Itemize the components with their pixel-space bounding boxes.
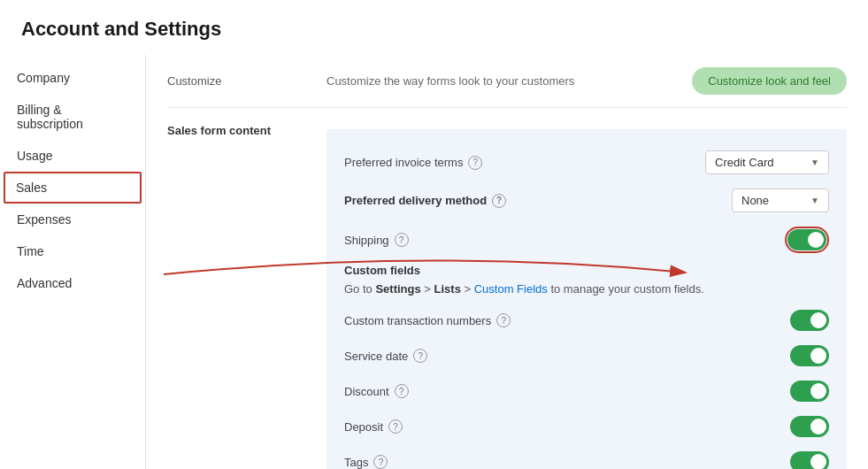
shipping-toggle[interactable] xyxy=(787,229,826,250)
service-date-control xyxy=(790,345,829,366)
discount-row: Discount ? xyxy=(344,373,829,409)
page-container: Account and Settings Company Billing & s… xyxy=(0,0,868,469)
preferred-delivery-value: None xyxy=(741,194,803,207)
tags-slider xyxy=(790,451,829,469)
customize-label: Customize xyxy=(167,74,326,88)
shipping-label: Shipping ? xyxy=(344,233,785,247)
discount-control xyxy=(790,381,829,402)
discount-slider xyxy=(790,381,829,402)
tags-control xyxy=(790,451,829,469)
customize-button[interactable]: Customize look and feel xyxy=(692,67,847,95)
tags-row: Tags ? xyxy=(344,444,829,469)
service-date-slider xyxy=(790,345,829,366)
custom-transaction-help-icon[interactable]: ? xyxy=(496,313,511,327)
lists-text: Lists xyxy=(434,282,461,296)
custom-fields-heading: Custom fields xyxy=(344,264,829,277)
sidebar: Company Billing & subscription Usage Sal… xyxy=(0,55,146,469)
sales-form-panel: Preferred invoice terms ? Credit Card ▼ xyxy=(326,129,847,469)
shipping-toggle-slider xyxy=(787,229,826,250)
shipping-toggle-highlight xyxy=(785,227,829,253)
service-date-label: Service date ? xyxy=(344,349,790,363)
sales-form-label: Sales form content xyxy=(167,122,326,137)
service-date-help-icon[interactable]: ? xyxy=(413,349,427,363)
custom-transaction-slider xyxy=(790,310,829,331)
preferred-invoice-label: Preferred invoice terms ? xyxy=(344,156,705,170)
deposit-label: Deposit ? xyxy=(344,419,790,434)
custom-fields-link[interactable]: Custom Fields xyxy=(474,282,548,296)
preferred-invoice-control: Credit Card ▼ xyxy=(705,150,829,174)
custom-transaction-control xyxy=(790,310,829,331)
preferred-invoice-dropdown[interactable]: Credit Card ▼ xyxy=(705,150,829,174)
settings-text: Settings xyxy=(375,282,420,296)
deposit-toggle[interactable] xyxy=(790,416,829,437)
service-date-row: Service date ? xyxy=(344,338,829,373)
preferred-invoice-value: Credit Card xyxy=(715,156,803,169)
sidebar-item-sales[interactable]: Sales xyxy=(4,172,142,204)
sidebar-item-expenses[interactable]: Expenses xyxy=(0,204,145,235)
custom-transaction-row: Custom transaction numbers ? xyxy=(344,303,829,338)
preferred-delivery-dropdown[interactable]: None ▼ xyxy=(732,188,829,212)
deposit-slider xyxy=(790,416,829,437)
sidebar-item-usage[interactable]: Usage xyxy=(0,140,145,172)
discount-toggle[interactable] xyxy=(790,381,829,402)
shipping-help-icon[interactable]: ? xyxy=(395,233,409,247)
custom-transaction-label: Custom transaction numbers ? xyxy=(344,313,790,327)
preferred-delivery-help-icon[interactable]: ? xyxy=(492,194,506,208)
content-area: Company Billing & subscription Usage Sal… xyxy=(0,55,868,469)
tags-help-icon[interactable]: ? xyxy=(373,455,388,469)
sidebar-item-time[interactable]: Time xyxy=(0,235,145,267)
preferred-invoice-help-icon[interactable]: ? xyxy=(468,156,482,170)
customize-row: Customize Customize the way forms look t… xyxy=(167,55,847,108)
custom-fields-heading-row: Custom fields xyxy=(344,260,829,279)
preferred-delivery-control: None ▼ xyxy=(732,188,829,212)
sidebar-item-billing[interactable]: Billing & subscription xyxy=(0,94,145,140)
shipping-row: Shipping ? xyxy=(344,219,829,260)
discount-label: Discount ? xyxy=(344,384,790,398)
shipping-toggle-container xyxy=(785,227,829,253)
preferred-delivery-label: Preferred delivery method ? xyxy=(344,194,732,208)
custom-fields-info: Go to Settings > Lists > Custom Fields t… xyxy=(344,279,829,303)
preferred-invoice-row: Preferred invoice terms ? Credit Card ▼ xyxy=(344,143,829,181)
tags-label: Tags ? xyxy=(344,455,790,469)
main-content: Customize Customize the way forms look t… xyxy=(146,55,868,469)
customize-description: Customize the way forms look to your cus… xyxy=(326,74,692,88)
page-title: Account and Settings xyxy=(0,0,868,55)
sidebar-item-advanced[interactable]: Advanced xyxy=(0,267,145,299)
service-date-toggle[interactable] xyxy=(790,345,829,366)
deposit-control xyxy=(790,416,829,437)
discount-help-icon[interactable]: ? xyxy=(395,384,409,398)
deposit-row: Deposit ? xyxy=(344,409,829,444)
sidebar-item-company[interactable]: Company xyxy=(0,62,145,94)
deposit-help-icon[interactable]: ? xyxy=(388,419,403,434)
custom-transaction-toggle[interactable] xyxy=(790,310,829,331)
sales-form-section-row: Sales form content Preferred invoice ter… xyxy=(167,108,847,469)
preferred-delivery-row: Preferred delivery method ? None ▼ xyxy=(344,181,829,219)
sales-form-content: Preferred invoice terms ? Credit Card ▼ xyxy=(326,122,847,469)
preferred-delivery-arrow-icon: ▼ xyxy=(810,196,819,205)
tags-toggle[interactable] xyxy=(790,451,829,469)
preferred-invoice-arrow-icon: ▼ xyxy=(810,158,819,167)
